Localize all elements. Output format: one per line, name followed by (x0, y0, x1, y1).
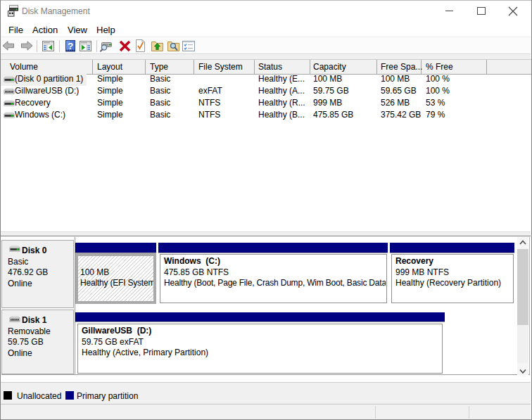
svg-text:?: ? (68, 41, 73, 51)
